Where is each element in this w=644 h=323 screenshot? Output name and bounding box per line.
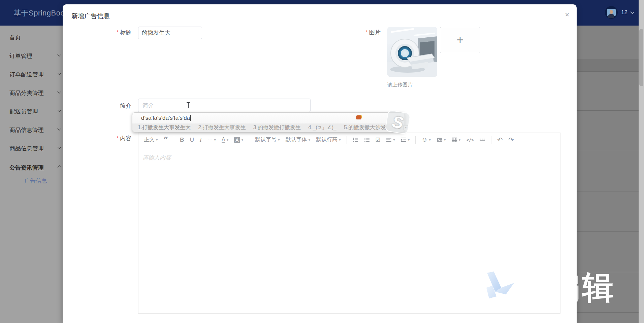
- close-icon[interactable]: ×: [565, 11, 569, 19]
- ime-caret: [190, 115, 191, 121]
- more-styles-select[interactable]: ⋯▾: [207, 137, 216, 143]
- ibeam-cursor-icon: [186, 102, 190, 109]
- caret-down-icon: ▾: [309, 138, 311, 142]
- image-field-label: *图片: [327, 29, 381, 36]
- ime-skin-icon[interactable]: [356, 115, 361, 119]
- blockquote-icon[interactable]: “: [164, 138, 168, 142]
- screen: 编辑 基于SpringBoot 12 首页 订单管理 订单配送管理 商品分类管理…: [0, 0, 644, 323]
- caret-down-icon: ▾: [156, 138, 158, 142]
- font-color-select[interactable]: A▾: [222, 137, 228, 143]
- add-ad-dialog: 新增广告信息 × *标题 的撒发生大 *图片: [63, 4, 577, 323]
- ime-candidate[interactable]: 3.的撒发撒打撒发生: [253, 124, 301, 131]
- ime-composition-text: d'sa'fa's'da's'fa's'da: [141, 115, 190, 121]
- sidebar-item-order-delivery[interactable]: 订单配送管理: [9, 71, 44, 78]
- caret-down-icon: ▾: [339, 138, 341, 142]
- toolbar-divider: [249, 136, 249, 144]
- chevron-down-icon: [57, 108, 61, 112]
- italic-button[interactable]: I: [200, 137, 202, 143]
- content-field-label: *内容: [77, 135, 131, 142]
- caret-down-icon: ▾: [459, 138, 461, 142]
- intro-input[interactable]: 简介: [138, 99, 311, 112]
- caret-down-icon: ▾: [278, 138, 280, 142]
- sidebar-item-product-info-2[interactable]: 商品信息管理: [9, 145, 44, 152]
- highlight-color-select[interactable]: A▾: [234, 137, 243, 143]
- caret-down-icon: ▾: [214, 138, 216, 142]
- line-height-select[interactable]: 默认行高▾: [316, 136, 341, 143]
- intro-field-label: 简介: [77, 102, 131, 110]
- upload-hint-text: 请上传图片: [387, 82, 413, 88]
- mri-scanner-image: [387, 27, 437, 77]
- chevron-down-icon: [57, 52, 61, 56]
- scrollbar-thumb[interactable]: [639, 29, 643, 86]
- ime-brand-logo: S: [385, 110, 411, 135]
- ime-candidate[interactable]: 5.的撒发撒大沙发: [344, 124, 386, 131]
- chevron-up-icon: [57, 165, 61, 169]
- sidebar-item-announcement[interactable]: 公告资讯管理: [9, 164, 44, 172]
- insert-image-select[interactable]: ▾: [437, 137, 446, 143]
- caret-down-icon: ▾: [429, 138, 431, 142]
- ime-candidates-row: 1.打撒发生大事发生大 2.打撒发生大事发生 3.的撒发撒打撒发生 4._(:з…: [132, 123, 405, 132]
- title-input-value: 的撒发生大: [142, 29, 170, 37]
- redo-button[interactable]: ↷: [508, 136, 514, 144]
- sidebar-item-product-category[interactable]: 商品分类管理: [9, 89, 44, 97]
- sidebar: 首页 订单管理 订单配送管理 商品分类管理 配送员管理 商品信息管理 商品信息管…: [0, 26, 64, 323]
- paragraph-style-select[interactable]: 正文▾: [144, 136, 158, 143]
- video-editor-logo-watermark: [485, 268, 515, 300]
- toolbar-divider: [491, 136, 491, 144]
- code-view-button[interactable]: </>: [466, 137, 474, 143]
- sidebar-subitem-ad-info-active[interactable]: 广告信息: [24, 177, 47, 185]
- dialog-title: 新增广告信息: [71, 12, 110, 21]
- ordered-list-icon[interactable]: [364, 137, 370, 143]
- caret-down-icon: ▾: [227, 138, 229, 142]
- align-select[interactable]: ▾: [386, 137, 395, 143]
- font-size-select[interactable]: 默认字号▾: [255, 136, 280, 143]
- text-caret: [142, 102, 142, 108]
- ime-candidate[interactable]: 1.打撒发生大事发生大: [138, 124, 191, 131]
- title-input[interactable]: 的撒发生大: [138, 27, 202, 39]
- ime-candidate-bar: d'sa'fa's'da's'fa's'da 1.打撒发生大事发生大 2.打撒发…: [132, 112, 405, 132]
- font-family-select[interactable]: 默认字体▾: [286, 136, 311, 143]
- chevron-down-icon: [57, 89, 61, 93]
- sidebar-item-courier[interactable]: 配送员管理: [9, 108, 38, 115]
- intro-placeholder: 简介: [142, 102, 154, 109]
- plus-icon: +: [456, 33, 463, 47]
- chevron-down-icon: [57, 145, 61, 149]
- sidebar-item-orders[interactable]: 订单管理: [9, 52, 32, 60]
- editor-placeholder: 请输入内容: [142, 154, 171, 162]
- toolbar-divider: [347, 136, 347, 144]
- sidebar-item-product-info[interactable]: 商品信息管理: [9, 126, 44, 134]
- editor-toolbar: 正文▾ “ B U I ⋯▾ A▾ A▾ 默认字号▾ 默认字体▾ 默认行高▾: [138, 133, 560, 147]
- username-label: 12: [621, 9, 627, 16]
- ime-candidate[interactable]: 2.打撒发生大事发生: [198, 124, 246, 131]
- sidebar-item-home[interactable]: 首页: [9, 34, 21, 41]
- toolbar-divider: [415, 136, 416, 144]
- required-mark: *: [117, 30, 119, 35]
- chevron-down-icon: [57, 71, 61, 75]
- underline-button[interactable]: U: [190, 137, 194, 143]
- chevron-down-icon: [57, 127, 61, 130]
- indent-select[interactable]: ▾: [401, 137, 410, 143]
- caret-down-icon: ▾: [393, 138, 395, 142]
- title-field-label: *标题: [77, 29, 131, 36]
- required-mark: *: [366, 30, 368, 35]
- image-upload-button[interactable]: +: [440, 27, 480, 53]
- bold-button[interactable]: B: [180, 137, 184, 143]
- bullet-list-icon[interactable]: [353, 137, 358, 143]
- app-title: 基于SpringBoot: [13, 8, 67, 18]
- avatar[interactable]: [605, 6, 618, 19]
- emoji-select[interactable]: ☺▾: [421, 136, 431, 143]
- task-list-icon[interactable]: ☑: [376, 137, 380, 143]
- user-menu[interactable]: 12: [605, 6, 634, 19]
- ime-composition-row: d'sa'fa's'da's'fa's'da: [132, 113, 405, 123]
- insert-table-select[interactable]: ▾: [452, 137, 461, 143]
- uploaded-image-thumbnail[interactable]: [387, 27, 437, 77]
- undo-button[interactable]: ↶: [497, 136, 503, 144]
- dimmed-table-header-row: [577, 60, 639, 71]
- chevron-down-icon: [630, 10, 635, 14]
- caret-down-icon: ▾: [242, 138, 244, 142]
- caret-down-icon: ▾: [408, 138, 410, 142]
- ime-candidate[interactable]: 4._(:з」∠)_: [308, 124, 336, 131]
- required-mark: *: [117, 136, 119, 141]
- page-scrollbar[interactable]: [639, 0, 644, 323]
- horizontal-rule-icon[interactable]: [479, 137, 485, 143]
